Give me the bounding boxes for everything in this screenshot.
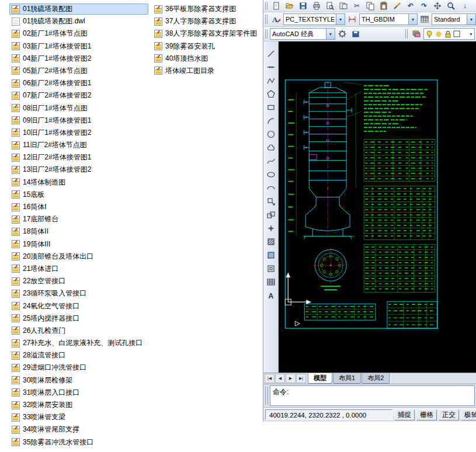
match-properties-button[interactable]	[391, 0, 404, 12]
table-style-button[interactable]	[418, 13, 431, 26]
file-item[interactable]: 34喷淋管尾部支撑	[9, 424, 148, 435]
chevron-down-icon[interactable]: ▼	[326, 29, 335, 39]
table-style-combo[interactable]: Standard ▼	[432, 13, 476, 25]
file-item[interactable]: 17底部锥台	[9, 214, 148, 225]
paste-button[interactable]	[377, 0, 390, 12]
file-item[interactable]: 29进烟口冲洗管接口	[9, 362, 148, 373]
file-item[interactable]: 26人孔检查门	[9, 325, 148, 336]
redo-button[interactable]: ↷	[418, 0, 430, 12]
ellipse-tool-button[interactable]	[264, 168, 278, 181]
toolbar-grip[interactable]	[265, 15, 267, 25]
multiline-text-tool-button[interactable]: A	[264, 289, 278, 302]
point-tool-button[interactable]	[264, 222, 278, 235]
file-item[interactable]: 16筒体I	[9, 201, 148, 213]
ellipse-arc-tool-button[interactable]	[264, 182, 278, 194]
make-block-tool-button[interactable]	[264, 208, 278, 221]
file-item[interactable]: 10旧厂1#塔体接管图2	[9, 127, 148, 138]
file-item[interactable]: 37人字形除雾器支撑图	[152, 16, 263, 27]
file-item[interactable]: 32喷淋层安装图	[9, 399, 148, 411]
file-item[interactable]: 15底板	[9, 189, 148, 200]
drawing-canvas[interactable]	[279, 41, 476, 373]
file-item[interactable]: 14塔体制造图	[9, 177, 148, 188]
file-item[interactable]: 22放空管接口	[9, 276, 148, 287]
line-tool-button[interactable]	[264, 47, 278, 60]
file-item[interactable]: 01脱硫塔装配图.dwl	[9, 16, 148, 27]
workspace-settings-button[interactable]	[336, 28, 349, 40]
text-style-combo[interactable]: PC_TEXTSTYLE ▼	[283, 13, 345, 25]
insert-block-tool-button[interactable]	[264, 195, 278, 208]
layer-properties-button[interactable]	[410, 28, 423, 40]
tab-nav-button[interactable]: ◀	[275, 374, 285, 383]
qnew-button[interactable]	[270, 0, 283, 12]
hatch-tool-button[interactable]	[264, 235, 278, 248]
command-window-grip[interactable]	[265, 387, 268, 405]
table-tool-button[interactable]	[264, 276, 278, 288]
status-toggle-button[interactable]: 极轴	[461, 409, 476, 420]
file-item[interactable]: 塔体竣工图目录	[152, 65, 263, 77]
file-item[interactable]: 09旧厂1#塔体接管图1	[9, 115, 148, 126]
save-workspace-button[interactable]	[349, 28, 362, 40]
zoom-button[interactable]	[444, 0, 457, 12]
file-item[interactable]: 27补充水、白泥浆液补充、测试孔接口	[9, 338, 148, 349]
layout-tab[interactable]: 布局2	[362, 373, 390, 384]
file-item[interactable]: 03新厂1#塔体接管图1	[9, 41, 148, 52]
file-item[interactable]: 01脱硫塔装配图	[9, 4, 148, 15]
file-item[interactable]: 06新厂2#塔体接管图1	[9, 78, 148, 89]
status-toggle-button[interactable]: 栅格	[416, 409, 437, 420]
file-item[interactable]: 38人字形除雾器支撑架零件图	[152, 28, 263, 39]
rectangle-tool-button[interactable]	[264, 101, 278, 114]
dim-style-combo[interactable]: TH_GBDIM ▼	[359, 13, 418, 25]
undo-button[interactable]: ↶	[404, 0, 417, 12]
polyline-tool-button[interactable]	[264, 74, 278, 87]
workspace-combo[interactable]: AutoCAD 经典 ▼	[270, 28, 335, 40]
file-item[interactable]: 05新厂2#塔体节点图	[9, 65, 148, 77]
file-item[interactable]: 33喷淋管支梁	[9, 412, 148, 423]
file-item[interactable]: 28溢流管接口	[9, 350, 148, 361]
status-toggle-button[interactable]: 捕捉	[394, 409, 415, 420]
toolbar-overflow-right-button[interactable]: →	[472, 0, 476, 12]
file-item[interactable]: 36平板形除雾器支撑图	[152, 4, 263, 15]
revision-cloud-tool-button[interactable]	[264, 141, 278, 154]
tab-nav-button[interactable]: |◀	[265, 374, 275, 383]
file-item[interactable]: 02新厂1#塔体节点图	[9, 28, 148, 39]
toolbar-grip[interactable]	[405, 29, 408, 39]
construction-line-tool-button[interactable]	[264, 61, 278, 74]
open-button[interactable]	[283, 0, 296, 12]
layer-state-combo[interactable]: ▼	[423, 28, 475, 40]
pan-button[interactable]	[431, 0, 444, 12]
toolbar-overflow-down-button[interactable]: ↓	[458, 0, 471, 12]
arc-tool-button[interactable]	[264, 114, 278, 127]
chevron-down-icon[interactable]: ▼	[408, 14, 417, 25]
coordinate-readout[interactable]: 40019.2244, 2320.2322 , 0.0000	[265, 409, 392, 420]
region-tool-button[interactable]	[264, 262, 278, 275]
toolbar-grip[interactable]	[265, 2, 267, 10]
layout-tab[interactable]: 布局1	[333, 373, 361, 384]
command-input[interactable]: 命令:	[270, 385, 475, 406]
cut-button[interactable]: ✂	[350, 0, 363, 12]
file-item[interactable]: 24氧化空气管接口	[9, 301, 148, 312]
file-item[interactable]: 13旧厂2#塔体接管图2	[9, 164, 148, 175]
tab-nav-button[interactable]: ▶	[286, 374, 296, 383]
save-button[interactable]	[297, 0, 310, 12]
file-item[interactable]: 40塔顶挡水图	[152, 53, 263, 64]
file-item[interactable]: 07新厂2#塔体接管图2	[9, 90, 148, 101]
polygon-tool-button[interactable]	[264, 88, 278, 100]
file-item[interactable]: 31喷淋层入口接口	[9, 387, 148, 398]
plot-button[interactable]	[310, 0, 323, 12]
layout-tab[interactable]: 模型	[308, 373, 332, 384]
publish-button[interactable]	[337, 0, 350, 12]
file-item[interactable]: 04新厂1#塔体接管图2	[9, 53, 148, 64]
status-toggle-button[interactable]: 正交	[439, 409, 459, 420]
gradient-tool-button[interactable]	[264, 249, 278, 262]
file-item[interactable]: 19筒体III	[9, 239, 148, 250]
file-item[interactable]: 12旧厂2#塔体接管图1	[9, 152, 148, 163]
file-item[interactable]: 18筒体II	[9, 226, 148, 237]
chevron-down-icon[interactable]: ▼	[469, 32, 473, 36]
file-item[interactable]: 23循环泵吸入管接口	[9, 288, 148, 299]
spline-tool-button[interactable]	[264, 155, 278, 168]
tab-nav-button[interactable]: ▶|	[296, 374, 306, 383]
text-style-button[interactable]: A	[270, 13, 283, 26]
file-item[interactable]: 25塔内搅拌器接口	[9, 313, 148, 324]
dim-style-button[interactable]	[346, 13, 359, 26]
file-item[interactable]: 35除雾器冲洗水管接口	[9, 437, 148, 448]
